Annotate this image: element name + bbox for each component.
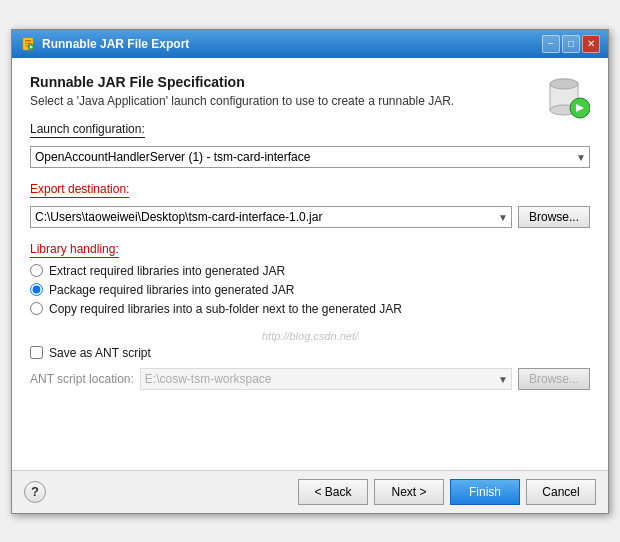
maximize-button[interactable]: □ xyxy=(562,35,580,53)
ant-script-checkbox-row[interactable]: Save as ANT script xyxy=(30,346,590,360)
back-button[interactable]: < Back xyxy=(298,479,368,505)
library-handling-label: Library handling: xyxy=(30,242,119,258)
watermark-text: http://blog.csdn.net/ xyxy=(30,330,590,342)
content-spacer xyxy=(30,398,590,458)
radio-package[interactable]: Package required libraries into generate… xyxy=(30,283,590,297)
finish-button[interactable]: Finish xyxy=(450,479,520,505)
cancel-button[interactable]: Cancel xyxy=(526,479,596,505)
launch-config-select-wrapper[interactable]: OpenAccountHandlerServer (1) - tsm-card-… xyxy=(30,146,590,168)
page-description: Select a 'Java Application' launch confi… xyxy=(30,94,454,108)
main-window: Runnable JAR File Export − □ ✕ Runnable … xyxy=(11,29,609,514)
export-destination-row: C:\Users\taoweiwei\Desktop\tsm-card-inte… xyxy=(30,206,590,228)
title-bar: Runnable JAR File Export − □ ✕ xyxy=(12,30,608,58)
launch-config-section: Launch configuration: OpenAccountHandler… xyxy=(30,122,590,168)
launch-config-select[interactable]: OpenAccountHandlerServer (1) - tsm-card-… xyxy=(30,146,590,168)
export-destination-section: Export destination: C:\Users\taoweiwei\D… xyxy=(30,182,590,228)
svg-point-9 xyxy=(550,79,578,89)
footer-left: ? xyxy=(24,481,46,503)
next-button[interactable]: Next > xyxy=(374,479,444,505)
radio-copy-label: Copy required libraries into a sub-folde… xyxy=(49,302,402,316)
export-destination-select-wrapper[interactable]: C:\Users\taoweiwei\Desktop\tsm-card-inte… xyxy=(30,206,512,228)
radio-copy[interactable]: Copy required libraries into a sub-folde… xyxy=(30,302,590,316)
radio-extract[interactable]: Extract required libraries into generate… xyxy=(30,264,590,278)
radio-copy-input[interactable] xyxy=(30,302,43,315)
ant-script-location-label: ANT script location: xyxy=(30,372,134,386)
page-title: Runnable JAR File Specification xyxy=(30,74,454,90)
library-handling-radio-group: Extract required libraries into generate… xyxy=(30,264,590,316)
minimize-button[interactable]: − xyxy=(542,35,560,53)
export-destination-select[interactable]: C:\Users\taoweiwei\Desktop\tsm-card-inte… xyxy=(30,206,512,228)
dialog-content: Runnable JAR File Specification Select a… xyxy=(12,58,608,470)
launch-config-row: OpenAccountHandlerServer (1) - tsm-card-… xyxy=(30,146,590,168)
header-section: Runnable JAR File Specification Select a… xyxy=(30,74,454,122)
radio-extract-input[interactable] xyxy=(30,264,43,277)
dialog-footer: ? < Back Next > Finish Cancel xyxy=(12,470,608,513)
launch-config-label: Launch configuration: xyxy=(30,122,145,138)
title-bar-left: Runnable JAR File Export xyxy=(20,36,189,52)
export-browse-button[interactable]: Browse... xyxy=(518,206,590,228)
app-icon xyxy=(20,36,36,52)
svg-rect-1 xyxy=(25,40,31,42)
radio-package-label: Package required libraries into generate… xyxy=(49,283,294,297)
ant-browse-button: Browse... xyxy=(518,368,590,390)
export-destination-label: Export destination: xyxy=(30,182,129,198)
ant-script-location-row: ANT script location: E:\cosw-tsm-workspa… xyxy=(30,368,590,390)
ant-script-checkbox[interactable] xyxy=(30,346,43,359)
svg-rect-2 xyxy=(25,43,31,44)
close-button[interactable]: ✕ xyxy=(582,35,600,53)
ant-script-location-select-wrapper: E:\cosw-tsm-workspace ▼ xyxy=(140,368,512,390)
radio-extract-label: Extract required libraries into generate… xyxy=(49,264,285,278)
help-button[interactable]: ? xyxy=(24,481,46,503)
title-bar-buttons: − □ ✕ xyxy=(542,35,600,53)
footer-right: < Back Next > Finish Cancel xyxy=(298,479,596,505)
radio-package-input[interactable] xyxy=(30,283,43,296)
library-handling-section: Library handling: Extract required libra… xyxy=(30,242,590,316)
window-title: Runnable JAR File Export xyxy=(42,37,189,51)
jar-icon xyxy=(538,70,590,122)
ant-script-location-select: E:\cosw-tsm-workspace xyxy=(140,368,512,390)
ant-script-checkbox-label: Save as ANT script xyxy=(49,346,151,360)
